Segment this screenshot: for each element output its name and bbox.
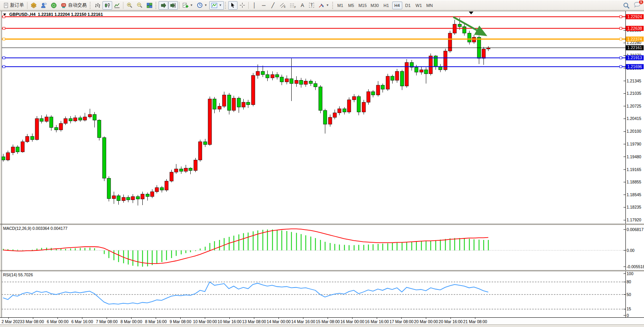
svg-text:16 Mar 16:00: 16 Mar 16:00: [365, 319, 389, 324]
hline-handle[interactable]: [620, 38, 622, 40]
toolbar: 新订单 自动交易: [0, 0, 644, 10]
hline-handle[interactable]: [620, 15, 622, 18]
zoom-in-icon: [126, 2, 133, 8]
hline-handle[interactable]: [3, 38, 5, 40]
svg-text:13 Mar 08:00: 13 Mar 08:00: [242, 319, 266, 324]
toolbar-grip[interactable]: [90, 2, 91, 9]
timeframe-button-m30[interactable]: M30: [369, 2, 380, 9]
arrows-tool-button[interactable]: ▼: [316, 1, 331, 10]
zoom-out-icon: [137, 2, 143, 8]
bar-chart-icon: [95, 3, 101, 8]
chart-shift-icon: [170, 3, 176, 8]
periods-button[interactable]: ▼: [195, 1, 209, 10]
cursor-icon: [230, 2, 236, 8]
hline-handle[interactable]: [620, 65, 622, 68]
svg-text:E: E: [284, 5, 286, 8]
svg-text:7 Mar 08:00: 7 Mar 08:00: [96, 319, 118, 324]
horizontal-line-tool-button[interactable]: ─: [259, 1, 268, 10]
timeframe-button-d1[interactable]: D1: [403, 2, 413, 9]
svg-text:1.20100: 1.20100: [627, 129, 641, 134]
svg-text:8 Mar 00:00: 8 Mar 00:00: [120, 319, 142, 324]
search-icon[interactable]: [623, 2, 630, 9]
arrows-icon: [318, 3, 325, 8]
toolbar-grip[interactable]: [225, 2, 226, 9]
line-chart-button[interactable]: [112, 1, 122, 10]
trendline-tool-button[interactable]: ╱: [268, 1, 278, 10]
dropdown-caret-icon: ▼: [204, 3, 207, 7]
zoom-in-button[interactable]: [125, 1, 135, 10]
indicators-button[interactable]: ▼: [209, 1, 224, 10]
chart-workspace: 1.225901.222801.219701.216601.213451.210…: [0, 10, 644, 327]
svg-text:100: 100: [627, 271, 634, 276]
svg-text:15 Mar 08:00: 15 Mar 08:00: [316, 319, 340, 324]
hline-handle[interactable]: [3, 15, 5, 18]
toolbar-grip[interactable]: [155, 2, 157, 9]
text-label-tool-button[interactable]: T: [307, 1, 316, 10]
svg-text:20 Mar 16:00: 20 Mar 16:00: [439, 319, 463, 324]
tile-windows-icon: [147, 3, 152, 8]
trendline-icon: ╱: [272, 3, 275, 8]
market-watch-button[interactable]: [29, 1, 39, 10]
new-chart-button[interactable]: ▼: [181, 1, 195, 10]
chart-shift-button[interactable]: [168, 1, 178, 10]
notifications-button[interactable]: 1: [634, 2, 641, 10]
bar-chart-button[interactable]: [93, 1, 102, 10]
tile-windows-button[interactable]: [145, 1, 154, 10]
candlestick-chart-icon: [104, 3, 110, 8]
svg-text:1.19790: 1.19790: [627, 142, 641, 146]
timeframe-button-m5[interactable]: M5: [346, 2, 356, 9]
svg-text:2 Mar 2023: 2 Mar 2023: [2, 319, 22, 324]
timeframe-button-mn[interactable]: MN: [425, 2, 435, 9]
hline-handle[interactable]: [3, 27, 5, 29]
hline-handle[interactable]: [3, 65, 5, 68]
toolbar-grip[interactable]: [332, 2, 333, 9]
new-order-button[interactable]: 新订单: [2, 1, 26, 10]
fibonacci-icon: F: [290, 3, 296, 8]
timeframe-button-w1[interactable]: W1: [414, 2, 424, 9]
signal-radar-icon: [51, 2, 57, 8]
svg-text:16 Mar 00:00: 16 Mar 00:00: [340, 319, 364, 324]
candlestick-chart-button[interactable]: [102, 1, 112, 10]
timeframe-button-m1[interactable]: M1: [335, 2, 345, 9]
svg-text:1.17920: 1.17920: [627, 217, 641, 222]
timeframe-button-h1[interactable]: H1: [381, 2, 391, 9]
dropdown-caret-icon: ▼: [219, 3, 222, 7]
auto-trading-button[interactable]: 自动交易: [59, 1, 89, 10]
svg-text:17 Mar 08:00: 17 Mar 08:00: [389, 319, 413, 324]
hline-handle[interactable]: [620, 56, 622, 59]
svg-text:F: F: [294, 6, 296, 8]
chart-canvas[interactable]: 1.225901.222801.219701.216601.213451.210…: [0, 10, 644, 327]
notification-badge: 1: [639, 0, 644, 5]
cursor-tool-button[interactable]: [228, 1, 237, 10]
svg-text:14 Mar 16:00: 14 Mar 16:00: [291, 319, 315, 324]
svg-text:1.22638: 1.22638: [627, 26, 642, 31]
svg-text:1.18855: 1.18855: [627, 180, 641, 184]
svg-text:15: 15: [627, 306, 631, 311]
svg-text:1.20725: 1.20725: [627, 104, 641, 108]
channel-tool-button[interactable]: E: [278, 1, 288, 10]
signals-button[interactable]: [49, 1, 59, 10]
new-chart-icon: [183, 3, 188, 8]
hline-handle[interactable]: [3, 56, 5, 59]
auto-scroll-button[interactable]: [159, 1, 168, 10]
svg-text:3 Mar 08:00: 3 Mar 08:00: [22, 319, 44, 324]
indicators-icon: [211, 3, 217, 8]
timeframe-button-m15[interactable]: M15: [357, 2, 368, 9]
profile-button[interactable]: [39, 1, 49, 10]
svg-text:1.21696: 1.21696: [627, 64, 642, 69]
hline-handle[interactable]: [620, 27, 622, 29]
auto-trading-robot-icon: [61, 3, 67, 8]
svg-text:10 Mar 00:00: 10 Mar 00:00: [193, 319, 217, 324]
svg-text:1.22924: 1.22924: [627, 14, 642, 19]
timeframe-button-h4[interactable]: H4: [392, 2, 402, 9]
text-tool-button[interactable]: A: [298, 1, 307, 10]
auto-scroll-icon: [161, 3, 166, 8]
new-order-label: 新订单: [10, 2, 24, 9]
zoom-out-button[interactable]: [135, 1, 145, 10]
svg-text:0: 0: [627, 313, 629, 318]
equidistant-channel-icon: E: [280, 3, 286, 8]
fibonacci-tool-button[interactable]: F: [288, 1, 298, 10]
vertical-line-tool-button[interactable]: │: [250, 1, 259, 10]
crosshair-tool-button[interactable]: [237, 1, 247, 10]
vertical-line-icon: │: [253, 3, 256, 8]
